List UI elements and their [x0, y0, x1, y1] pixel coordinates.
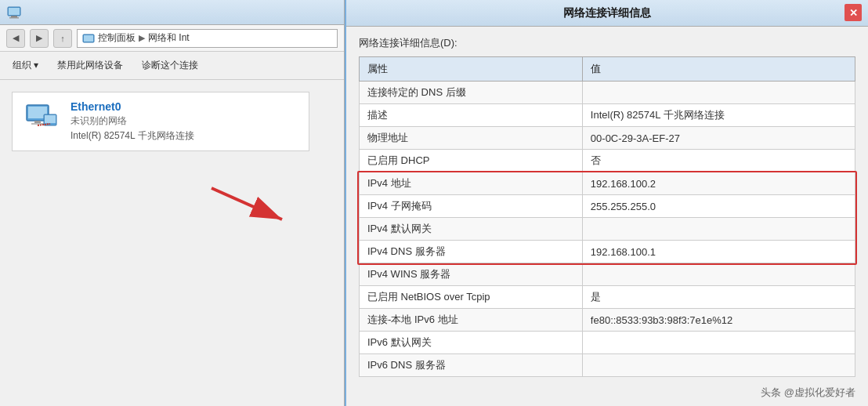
- property-cell: 描述: [360, 104, 583, 127]
- left-panel: ◀ ▶ ↑ 控制面板 ▶ 网络和 Int 组织 ▾ 禁用此网络设备 诊断这个连接: [0, 0, 345, 406]
- table-row: IPv4 默认网关: [360, 218, 855, 241]
- watermark: 头条 @虚拟化爱好者: [761, 386, 855, 400]
- property-cell: IPv6 默认网关: [360, 332, 583, 354]
- app-icon: [6, 5, 22, 20]
- adapter-card[interactable]: Ethernet0 未识别的网络 Intel(R) 82574L 千兆网络连接: [12, 92, 309, 151]
- svg-rect-8: [34, 121, 41, 123]
- table-row: IPv6 默认网关: [360, 332, 855, 354]
- table-row: IPv6 DNS 服务器: [360, 354, 855, 377]
- adapter-status: 未识别的网络: [71, 114, 194, 128]
- svg-rect-2: [9, 17, 19, 19]
- svg-rect-3: [9, 8, 20, 15]
- property-cell: IPv4 WINS 服务器: [360, 263, 583, 286]
- table-row: 已启用 NetBIOS over Tcpip是: [360, 286, 855, 309]
- adapter-desc: Intel(R) 82574L 千兆网络连接: [71, 129, 194, 143]
- dialog-title: 网络连接详细信息: [563, 6, 651, 20]
- value-cell: fe80::8533:93b3:98f3:7e1e%12: [582, 309, 855, 332]
- details-table: 属性 值 连接特定的 DNS 后缀描述Intel(R) 82574L 千兆网络连…: [359, 56, 855, 377]
- network-details-dialog: 网络连接详细信息 ✕ 网络连接详细信息(D): 属性 值 连接特定的 DNS 后…: [345, 0, 868, 406]
- property-cell: 连接-本地 IPv6 地址: [360, 309, 583, 332]
- adapter-icon: [20, 100, 61, 141]
- addressbar: ◀ ▶ ↑ 控制面板 ▶ 网络和 Int: [0, 25, 344, 52]
- table-row: 已启用 DHCP否: [360, 150, 855, 172]
- address-path[interactable]: 控制面板 ▶ 网络和 Int: [77, 29, 338, 48]
- path-part-2: 网络和 Int: [148, 31, 190, 45]
- table-row: IPv4 WINS 服务器: [360, 263, 855, 286]
- back-button[interactable]: ◀: [6, 29, 25, 48]
- toolbar: 组织 ▾ 禁用此网络设备 诊断这个连接: [0, 52, 344, 80]
- col-value: 值: [582, 57, 855, 82]
- diagnose-button[interactable]: 诊断这个连接: [137, 56, 203, 74]
- value-cell: Intel(R) 82574L 千兆网络连接: [582, 104, 855, 127]
- value-cell: [582, 354, 855, 377]
- dialog-content: 网络连接详细信息(D): 属性 值 连接特定的 DNS 后缀描述Intel(R)…: [346, 27, 868, 406]
- value-cell: 是: [582, 286, 855, 309]
- property-cell: IPv6 DNS 服务器: [360, 354, 583, 377]
- property-cell: IPv4 默认网关: [360, 218, 583, 241]
- organize-button[interactable]: 组织 ▾: [8, 56, 43, 74]
- svg-rect-1: [11, 16, 17, 17]
- table-row: IPv4 地址192.168.100.2: [360, 172, 855, 195]
- col-property: 属性: [360, 57, 583, 82]
- table-row: 描述Intel(R) 82574L 千兆网络连接: [360, 104, 855, 127]
- property-cell: 物理地址: [360, 127, 583, 150]
- value-cell: 255.255.255.0: [582, 195, 855, 218]
- value-cell: 否: [582, 150, 855, 172]
- close-button[interactable]: ✕: [844, 4, 862, 21]
- forward-button[interactable]: ▶: [30, 29, 49, 48]
- titlebar: [0, 0, 344, 25]
- value-cell: [582, 263, 855, 286]
- value-cell: [582, 332, 855, 354]
- table-row: 连接特定的 DNS 后缀: [360, 82, 855, 104]
- property-cell: 已启用 NetBIOS over Tcpip: [360, 286, 583, 309]
- content-area: Ethernet0 未识别的网络 Intel(R) 82574L 千兆网络连接: [0, 80, 344, 163]
- table-row: 物理地址00-0C-29-3A-EF-27: [360, 127, 855, 150]
- path-part-1: 控制面板: [98, 31, 136, 45]
- adapter-info: Ethernet0 未识别的网络 Intel(R) 82574L 千兆网络连接: [71, 100, 194, 143]
- svg-rect-9: [31, 123, 44, 125]
- property-cell: 连接特定的 DNS 后缀: [360, 82, 583, 104]
- table-row: 连接-本地 IPv6 地址fe80::8533:93b3:98f3:7e1e%1…: [360, 309, 855, 332]
- disable-button[interactable]: 禁用此网络设备: [52, 56, 128, 74]
- table-row: IPv4 DNS 服务器192.168.100.1: [360, 241, 855, 263]
- value-cell: 00-0C-29-3A-EF-27: [582, 127, 855, 150]
- path-icon: [82, 32, 95, 45]
- dialog-titlebar: 网络连接详细信息 ✕: [346, 0, 868, 27]
- table-container: 属性 值 连接特定的 DNS 后缀描述Intel(R) 82574L 千兆网络连…: [359, 56, 855, 377]
- dialog-label: 网络连接详细信息(D):: [359, 36, 855, 50]
- property-cell: IPv4 地址: [360, 172, 583, 195]
- adapter-name: Ethernet0: [71, 100, 194, 113]
- property-cell: 已启用 DHCP: [360, 150, 583, 172]
- value-cell: 192.168.100.1: [582, 241, 855, 263]
- value-cell: 192.168.100.2: [582, 172, 855, 195]
- svg-rect-11: [45, 115, 56, 123]
- up-button[interactable]: ↑: [53, 29, 72, 48]
- property-cell: IPv4 DNS 服务器: [360, 241, 583, 263]
- property-cell: IPv4 子网掩码: [360, 195, 583, 218]
- table-row: IPv4 子网掩码255.255.255.0: [360, 195, 855, 218]
- value-cell: [582, 218, 855, 241]
- value-cell: [582, 82, 855, 104]
- svg-rect-5: [84, 35, 93, 42]
